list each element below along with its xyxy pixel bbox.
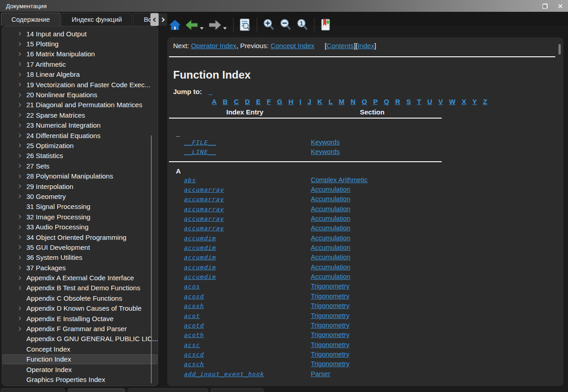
jump-letter-link[interactable]: G xyxy=(277,98,283,105)
restore-window-button[interactable] xyxy=(537,0,553,12)
function-link[interactable]: accumdim xyxy=(184,273,216,280)
chevron-right-icon[interactable] xyxy=(16,274,23,282)
jump-letter-link[interactable]: H xyxy=(289,98,294,105)
function-link[interactable]: acoth xyxy=(184,332,204,338)
jump-letter-link[interactable]: J xyxy=(308,98,311,105)
sidebar-item[interactable]: Appendix E Installing Octave xyxy=(2,313,158,323)
tab-scroll-right-button[interactable] xyxy=(159,13,167,26)
section-link[interactable]: Trigonometry xyxy=(311,360,349,367)
contents-link[interactable]: Contents xyxy=(327,42,354,50)
bottom-button[interactable] xyxy=(211,388,264,392)
function-link[interactable]: accumarray xyxy=(184,225,224,232)
section-link[interactable]: Keywords xyxy=(311,139,340,146)
chevron-right-icon[interactable] xyxy=(16,101,23,109)
jump-letter-link[interactable]: S xyxy=(406,98,411,105)
tab-scroll-left-button[interactable] xyxy=(150,13,159,26)
sidebar-item[interactable]: 19 Vectorization and Faster Code Exec... xyxy=(2,79,158,89)
sidebar-item[interactable]: 16 Matrix Manipulation xyxy=(2,49,158,59)
tab-содержание[interactable]: Содержание xyxy=(1,13,60,26)
jump-letter-link[interactable]: C xyxy=(234,98,239,105)
jump-letter-link[interactable]: U xyxy=(427,98,432,105)
sidebar-item[interactable]: 34 Object Oriented Programming xyxy=(2,232,158,242)
function-link[interactable]: __FILE__ xyxy=(184,139,216,146)
chevron-right-icon[interactable] xyxy=(16,91,23,99)
section-link[interactable]: Accumulation xyxy=(311,186,350,193)
jump-underscore-link[interactable]: _ xyxy=(209,88,212,95)
bottom-button[interactable] xyxy=(128,388,208,392)
jump-letter-link[interactable]: Q xyxy=(384,98,389,105)
section-link[interactable]: Accumulation xyxy=(311,215,350,222)
sidebar-item[interactable]: Graphics Properties Index xyxy=(2,374,158,384)
zoom-original-button[interactable]: 1 xyxy=(295,17,309,33)
sidebar-item[interactable]: Concept Index xyxy=(2,344,158,354)
jump-letter-link[interactable]: L xyxy=(329,98,333,105)
sidebar-item[interactable]: 29 Interpolation xyxy=(2,181,158,191)
sidebar-item[interactable]: Function Index xyxy=(2,354,158,364)
main-scrollbar-thumb[interactable] xyxy=(558,44,561,55)
jump-letter-link[interactable]: N xyxy=(351,98,356,105)
sidebar-item[interactable]: 26 Statistics xyxy=(2,151,158,161)
function-link[interactable]: accumarray xyxy=(184,196,224,203)
bookmark-add-button[interactable] xyxy=(319,17,333,33)
chevron-right-icon[interactable] xyxy=(16,60,23,68)
function-link[interactable]: acsc xyxy=(184,342,200,348)
chevron-right-icon[interactable] xyxy=(16,71,23,78)
sidebar-item[interactable]: 28 Polynomial Manipulations xyxy=(2,171,158,181)
function-link[interactable]: abs xyxy=(184,177,196,184)
chevron-right-icon[interactable] xyxy=(16,50,23,58)
function-link[interactable]: accumarray xyxy=(184,215,224,222)
jump-letter-link[interactable]: T xyxy=(417,98,421,105)
chevron-right-icon[interactable] xyxy=(16,284,23,292)
chevron-right-icon[interactable] xyxy=(16,142,23,149)
function-link[interactable]: accumdim xyxy=(184,254,216,261)
back-history-dropdown-icon[interactable] xyxy=(200,27,204,30)
sidebar-scrollbar[interactable] xyxy=(151,135,152,383)
section-link[interactable]: Trigonometry xyxy=(311,302,349,309)
jump-letter-link[interactable]: M xyxy=(339,98,345,105)
chevron-right-icon[interactable] xyxy=(16,122,23,129)
chevron-right-icon[interactable] xyxy=(16,325,23,332)
sidebar-item[interactable]: 37 Packages xyxy=(2,263,158,273)
section-link[interactable]: Trigonometry xyxy=(311,293,349,300)
function-link[interactable]: accumdim xyxy=(184,235,216,242)
section-link[interactable]: Trigonometry xyxy=(311,331,349,338)
jump-letter-link[interactable]: X xyxy=(462,98,466,105)
jump-letter-link[interactable]: D xyxy=(245,98,250,105)
chevron-right-icon[interactable] xyxy=(16,40,23,48)
chevron-right-icon[interactable] xyxy=(16,111,23,119)
jump-letter-link[interactable]: Z xyxy=(483,98,487,105)
sidebar-item[interactable]: 18 Linear Algebra xyxy=(2,69,158,79)
find-in-page-button[interactable] xyxy=(238,17,252,33)
section-link[interactable]: Trigonometry xyxy=(311,341,349,348)
sidebar-item[interactable]: 32 Image Processing xyxy=(2,212,158,222)
sidebar-item[interactable]: 31 Signal Processing xyxy=(2,202,158,212)
next-link[interactable]: Operator Index xyxy=(191,42,236,50)
forward-button[interactable] xyxy=(208,17,222,33)
sidebar-item[interactable]: 36 System Utilities xyxy=(2,253,158,263)
home-button[interactable] xyxy=(168,17,182,33)
close-window-button[interactable]: ✕ xyxy=(553,0,568,12)
section-link[interactable]: Accumulation xyxy=(311,234,350,242)
function-link[interactable]: __LINE__ xyxy=(184,149,216,155)
function-link[interactable]: accumdim xyxy=(184,244,216,251)
jump-letter-link[interactable]: O xyxy=(362,98,367,105)
function-link[interactable]: acos xyxy=(184,283,200,290)
tab-индекс-функций[interactable]: Индекс функций xyxy=(61,13,133,26)
chevron-right-icon[interactable] xyxy=(16,305,23,312)
jump-letter-link[interactable]: P xyxy=(373,98,378,105)
section-link[interactable]: Accumulation xyxy=(311,263,350,271)
function-link[interactable]: accumarray xyxy=(184,186,224,193)
section-link[interactable]: Parser xyxy=(311,370,330,377)
chevron-right-icon[interactable] xyxy=(16,162,23,169)
sidebar-item[interactable]: 24 Differential Equations xyxy=(2,130,158,140)
sidebar-item[interactable]: 23 Numerical Integration xyxy=(2,120,158,130)
section-link[interactable]: Accumulation xyxy=(311,244,350,251)
back-button[interactable] xyxy=(185,17,199,33)
chevron-right-icon[interactable] xyxy=(16,223,23,231)
function-link[interactable]: acscd xyxy=(184,351,204,358)
bottom-button[interactable] xyxy=(1,388,65,392)
sidebar-item[interactable]: 35 GUI Development xyxy=(2,242,158,252)
jump-letter-link[interactable]: W xyxy=(449,98,455,105)
jump-letter-link[interactable]: R xyxy=(395,98,400,105)
chevron-right-icon[interactable] xyxy=(16,264,23,271)
